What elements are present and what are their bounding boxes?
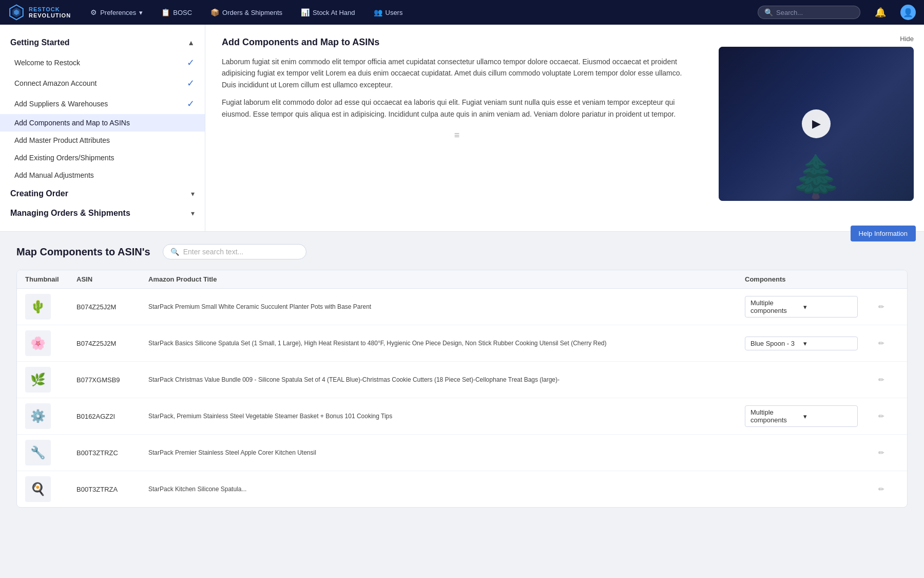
getting-started-item-6[interactable]: Add Manual Adjustments — [0, 166, 205, 184]
col-actions — [878, 275, 899, 283]
thumbnail-0: 🌵 — [25, 294, 51, 320]
orders-icon: 📦 — [210, 8, 219, 16]
scroll-indicator: ≡ — [222, 126, 692, 145]
product-title-3: StarPack, Premium Stainless Steel Vegeta… — [148, 412, 745, 421]
component-value: Multiple components — [750, 299, 799, 314]
component-dropdown-0[interactable]: Multiple components ▾ — [745, 296, 858, 318]
getting-started-item-3[interactable]: Add Components and Map to ASINs — [0, 114, 205, 132]
video-thumbnail[interactable]: 🌲 ▶ — [719, 47, 914, 201]
map-search-bar[interactable]: 🔍 — [163, 244, 306, 259]
edit-icon-2[interactable]: ✏ — [878, 376, 884, 384]
edit-icon-1[interactable]: ✏ — [878, 339, 884, 347]
edit-cell-0: ✏ — [878, 303, 899, 311]
asin-5: B00T3ZTRZA — [76, 486, 148, 493]
table-row: 🍳 B00T3ZTRZA StarPack Kitchen Silicone S… — [17, 471, 907, 507]
managing-orders-title: Managing Orders & Shipments — [10, 209, 130, 218]
col-title: Amazon Product Title — [148, 275, 745, 283]
video-background-graphic: 🌲 — [791, 153, 842, 201]
video-area: Hide 🌲 ▶ — [708, 25, 924, 231]
component-cell-1: Blue Spoon - 3 ▾ — [745, 337, 878, 350]
chevron-up-icon: ▲ — [187, 39, 195, 47]
asin-2: B077XGMSB9 — [76, 376, 148, 384]
getting-started-item-4[interactable]: Add Master Product Attributes — [0, 132, 205, 149]
getting-started-item-0[interactable]: Welcome to Restock ✓ — [0, 52, 205, 73]
table-row: 🔧 B00T3ZTRZC StarPack Premier Stainless … — [17, 435, 907, 471]
notifications-button[interactable]: 🔔 — [873, 5, 888, 20]
map-search-input[interactable] — [183, 248, 299, 256]
search-bar[interactable]: 🔍 — [758, 6, 860, 19]
chevron-down-icon-3: ▾ — [191, 209, 195, 217]
product-title-5: StarPack Kitchen Silicone Spatula... — [148, 485, 745, 494]
edit-cell-2: ✏ — [878, 376, 899, 384]
hide-button[interactable]: Hide — [719, 35, 914, 43]
chevron-down-icon: ▾ — [803, 340, 852, 347]
getting-started-content: Add Components and Map to ASINs Laborum … — [205, 25, 708, 231]
col-components: Components — [745, 275, 878, 283]
chevron-down-icon-2: ▾ — [191, 190, 195, 198]
chevron-down-icon: ▾ — [803, 303, 852, 311]
edit-icon-3[interactable]: ✏ — [878, 412, 884, 420]
managing-orders-section[interactable]: Managing Orders & Shipments ▾ — [0, 203, 205, 223]
help-information-button[interactable]: Help Information — [851, 226, 916, 241]
content-paragraphs: Laborum fugiat sit enim commodo elit tem… — [222, 56, 692, 120]
edit-cell-3: ✏ — [878, 412, 899, 420]
getting-started-item-5[interactable]: Add Existing Orders/Shipments — [0, 149, 205, 166]
edit-cell-1: ✏ — [878, 339, 899, 347]
thumbnail-4: 🔧 — [25, 440, 51, 465]
check-icon: ✓ — [187, 57, 195, 68]
asin-0: B074Z25J2M — [76, 303, 148, 311]
item-label: Add Existing Orders/Shipments — [14, 154, 114, 162]
component-cell-3: Multiple components ▾ — [745, 405, 878, 427]
users-menu[interactable]: 👥 Users — [371, 6, 406, 18]
component-dropdown-3[interactable]: Multiple components ▾ — [745, 405, 858, 427]
search-icon-2: 🔍 — [170, 248, 179, 256]
play-button[interactable]: ▶ — [802, 109, 831, 138]
bosc-icon: 📋 — [161, 8, 170, 16]
search-input[interactable] — [776, 9, 854, 16]
preferences-label: Preferences — [100, 9, 136, 16]
product-title-2: StarPack Christmas Value Bundle 009 - Si… — [148, 376, 745, 384]
users-icon: 👥 — [374, 8, 382, 16]
logo[interactable]: RESTOCK REVOLUTION — [8, 4, 71, 21]
bosc-menu[interactable]: 📋 BOSC — [158, 6, 195, 18]
preferences-menu[interactable]: ⚙ Preferences ▾ — [87, 6, 146, 18]
orders-menu[interactable]: 📦 Orders & Shipments — [207, 6, 285, 18]
getting-started-panel: Getting Started ▲ Welcome to Restock ✓Co… — [0, 25, 924, 232]
thumbnail-2: 🌿 — [25, 367, 51, 393]
avatar[interactable]: 👤 — [900, 5, 916, 20]
content-paragraph-0: Laborum fugiat sit enim commodo elit tem… — [222, 56, 692, 90]
stock-menu[interactable]: 📊 Stock At Hand — [298, 6, 358, 18]
getting-started-item-1[interactable]: Connect Amazon Account ✓ — [0, 73, 205, 94]
table-header: Thumbnail ASIN Amazon Product Title Comp… — [17, 270, 907, 289]
content-paragraph-1: Fugiat laborum elit commodo dolor ad ess… — [222, 97, 692, 120]
logo-line1: RESTOCK — [29, 6, 71, 12]
getting-started-section[interactable]: Getting Started ▲ — [0, 33, 205, 52]
component-dropdown-1[interactable]: Blue Spoon - 3 ▾ — [745, 337, 858, 350]
getting-started-item-2[interactable]: Add Suppliers & Warehouses ✓ — [0, 94, 205, 114]
product-title-4: StarPack Premier Stainless Steel Apple C… — [148, 449, 745, 457]
main-content: Getting Started ▲ Welcome to Restock ✓Co… — [0, 25, 924, 578]
bosc-label: BOSC — [173, 9, 192, 16]
gear-icon: ⚙ — [90, 8, 97, 16]
edit-icon-4[interactable]: ✏ — [878, 449, 884, 457]
creating-order-section[interactable]: Creating Order ▾ — [0, 184, 205, 203]
asin-3: B0162AGZ2I — [76, 413, 148, 420]
component-cell-0: Multiple components ▾ — [745, 296, 878, 318]
thumbnail-3: ⚙️ — [25, 403, 51, 429]
check-icon: ✓ — [187, 98, 195, 109]
table-row: 🌿 B077XGMSB9 StarPack Christmas Value Bu… — [17, 362, 907, 398]
component-value: Blue Spoon - 3 — [750, 340, 799, 347]
table-body: 🌵 B074Z25J2M StarPack Premium Small Whit… — [17, 289, 907, 507]
item-label: Add Manual Adjustments — [14, 171, 94, 179]
edit-icon-0[interactable]: ✏ — [878, 303, 884, 311]
search-icon: 🔍 — [764, 8, 773, 16]
asin-4: B00T3ZTRZC — [76, 449, 148, 457]
map-section: Map Components to ASIN's 🔍 Thumbnail ASI… — [0, 232, 924, 520]
top-navigation: RESTOCK REVOLUTION ⚙ Preferences ▾ 📋 BOS… — [0, 0, 924, 25]
col-thumbnail: Thumbnail — [25, 275, 76, 283]
logo-text: RESTOCK REVOLUTION — [29, 6, 71, 18]
getting-started-title: Getting Started — [10, 38, 70, 47]
edit-icon-5[interactable]: ✏ — [878, 485, 884, 493]
map-components-title: Map Components to ASIN's — [16, 246, 150, 258]
item-label: Add Components and Map to ASINs — [14, 119, 130, 127]
